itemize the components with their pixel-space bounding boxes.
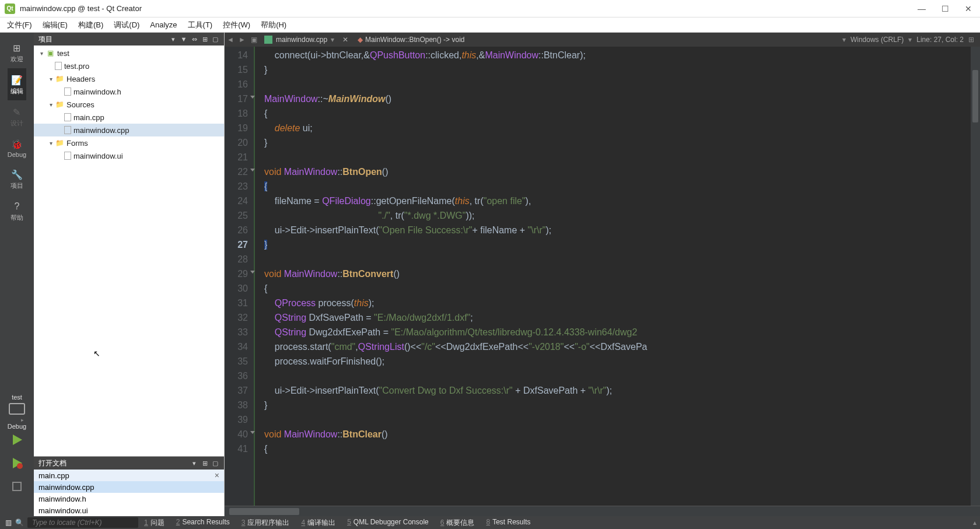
status-panel-Search Results[interactable]: 2Search Results — [170, 518, 236, 528]
status-chevron-icon[interactable]: ▴ — [973, 519, 977, 527]
svg-marker-0 — [13, 435, 22, 445]
project-panel-header: 项目 ▾ ▼ ⇔ ⊞ ▢ — [34, 33, 224, 45]
status-panel-Test Results[interactable]: 8Test Results — [480, 518, 536, 528]
nav-fwd-icon[interactable]: ► — [236, 36, 248, 44]
tree-item[interactable]: test.pro — [34, 59, 224, 72]
editor-area: ◄ ► ▣ mainwindow.cpp ▾ ✕ ◆ MainWindow::B… — [225, 33, 980, 516]
filter-icon[interactable]: ▼ — [180, 36, 188, 43]
rail-设计[interactable]: ✎设计 — [8, 100, 26, 132]
mode-rail: ⊞欢迎📝编辑✎设计🐞Debug🔧项目?帮助 test ▸ Debug — [0, 33, 34, 516]
tree-item[interactable]: mainwindow.cpp — [34, 124, 224, 136]
maximize-button[interactable]: ☐ — [940, 4, 950, 13]
open-doc-item[interactable]: mainwindow.ui — [34, 505, 224, 516]
rail-label: Debug — [8, 151, 26, 158]
run-target[interactable]: test ▸ Debug — [8, 390, 26, 433]
rail-label: 帮助 — [10, 213, 23, 222]
rail-icon: 🐞 — [10, 137, 24, 151]
menu-item[interactable]: 编辑(E) — [38, 19, 72, 31]
run-target-config: Debug — [8, 423, 26, 430]
status-panel-编译输出[interactable]: 4编译输出 — [295, 518, 341, 528]
encoding-label[interactable]: Windows (CRLF) — [850, 36, 904, 44]
expand-icon[interactable]: ▾ — [47, 76, 55, 82]
tree-item[interactable]: mainwindow.h — [34, 85, 224, 98]
tree-item[interactable]: main.cpp — [34, 111, 224, 124]
split-editor-icon[interactable]: ⊞ — [968, 36, 974, 44]
debug-run-icon[interactable] — [10, 457, 23, 470]
tree-label: test — [57, 49, 69, 58]
rail-label: 项目 — [10, 181, 23, 190]
active-file-name: mainwindow.cpp — [276, 36, 327, 44]
menu-item[interactable]: 构建(B) — [74, 19, 108, 31]
search-icon: 🔍 — [15, 519, 24, 527]
expand-icon[interactable]: ▾ — [47, 140, 55, 146]
rail-帮助[interactable]: ?帮助 — [8, 195, 26, 227]
vertical-scrollbar[interactable] — [971, 47, 980, 506]
open-doc-item[interactable]: mainwindow.cpp — [34, 481, 224, 493]
rail-编辑[interactable]: 📝编辑 — [8, 68, 26, 100]
run-icon[interactable] — [10, 433, 23, 446]
minimize-button[interactable]: — — [917, 4, 926, 13]
menu-item[interactable]: Analyze — [145, 19, 181, 30]
open-docs-close-icon[interactable]: ▢ — [211, 460, 219, 467]
tree-item[interactable]: ▾📁Headers — [34, 72, 224, 85]
rail-icon: ? — [10, 199, 24, 213]
menu-item[interactable]: 调试(D) — [109, 19, 144, 31]
expand-icon[interactable]: ▾ — [37, 50, 46, 57]
link-icon[interactable]: ⇔ — [190, 36, 198, 43]
tree-item[interactable]: ▾📁Sources — [34, 98, 224, 111]
active-file-tab[interactable]: mainwindow.cpp ▾ — [260, 36, 339, 44]
cursor-pos-label[interactable]: Line: 27, Col: 2 — [916, 36, 964, 44]
rail-项目[interactable]: 🔧项目 — [8, 163, 26, 195]
rail-label: 编辑 — [10, 87, 23, 96]
title-bar: Qt mainwindow.cpp @ test - Qt Creator — … — [0, 0, 980, 17]
rail-Debug[interactable]: 🐞Debug — [8, 132, 26, 163]
app-logo-icon: Qt — [5, 3, 15, 14]
close-tab-icon[interactable]: ✕ — [339, 36, 352, 44]
editor-toolbar: ◄ ► ▣ mainwindow.cpp ▾ ✕ ◆ MainWindow::B… — [225, 33, 980, 47]
status-panel-QML Debugger Console[interactable]: 5QML Debugger Console — [341, 518, 435, 528]
panel-toggle-icon[interactable]: ▥ — [4, 519, 13, 527]
status-panel-问题[interactable]: 1问题 — [138, 518, 170, 528]
symbol-name: MainWindow::BtnOpen() -> void — [365, 36, 464, 44]
split-icon[interactable]: ⊞ — [201, 36, 209, 43]
menu-item[interactable]: 工具(T) — [183, 19, 218, 31]
symbol-selector[interactable]: ◆ MainWindow::BtnOpen() -> void — [352, 36, 842, 44]
rail-label: 欢迎 — [10, 55, 23, 64]
nav-back-icon[interactable]: ◄ — [225, 36, 236, 44]
bookmark-icon[interactable]: ▣ — [248, 36, 260, 44]
panel-dropdown-icon[interactable]: ▾ — [169, 36, 177, 43]
open-doc-item[interactable]: main.cpp× — [34, 470, 224, 481]
svg-rect-3 — [13, 482, 21, 491]
rail-欢迎[interactable]: ⊞欢迎 — [8, 36, 26, 68]
menu-bar: 文件(F)编辑(E)构建(B)调试(D)Analyze工具(T)控件(W)帮助(… — [0, 17, 980, 33]
open-doc-item[interactable]: mainwindow.h — [34, 493, 224, 505]
tree-item[interactable]: mainwindow.ui — [34, 149, 224, 162]
menu-item[interactable]: 帮助(H) — [256, 19, 291, 31]
open-documents-panel: 打开文档 ▾ ⊞ ▢ main.cpp×mainwindow.cppmainwi… — [34, 456, 224, 516]
open-docs-dropdown-icon[interactable]: ▾ — [190, 460, 198, 467]
project-tree[interactable]: ▾▣testtest.pro▾📁Headersmainwindow.h▾📁Sou… — [34, 45, 224, 456]
tree-label: Headers — [66, 75, 95, 83]
expand-icon[interactable]: ▾ — [47, 101, 55, 108]
horizontal-scrollbar[interactable] — [225, 506, 980, 516]
close-button[interactable]: ✕ — [964, 4, 973, 13]
doc-label: mainwindow.h — [38, 495, 86, 503]
code-editor[interactable]: 1415161718192021222324252627282930313233… — [225, 47, 980, 506]
tree-item[interactable]: ▾▣test — [34, 47, 224, 59]
close-doc-icon[interactable]: × — [215, 471, 219, 480]
status-bar: ▥ 🔍 1问题2Search Results3应用程序输出4编译输出5QML D… — [0, 516, 980, 529]
status-panel-应用程序输出[interactable]: 3应用程序输出 — [236, 518, 296, 528]
rail-label: 设计 — [10, 119, 23, 128]
panel-close-icon[interactable]: ▢ — [211, 36, 219, 43]
open-docs-split-icon[interactable]: ⊞ — [201, 460, 209, 467]
build-icon[interactable] — [10, 480, 23, 493]
tree-label: mainwindow.cpp — [74, 126, 129, 135]
tree-label: mainwindow.ui — [74, 152, 123, 160]
menu-item[interactable]: 文件(F) — [2, 19, 37, 31]
tree-item[interactable]: ▾📁Forms — [34, 136, 224, 149]
menu-item[interactable]: 控件(W) — [218, 19, 255, 31]
rail-icon: 📝 — [10, 73, 24, 87]
status-panel-概要信息[interactable]: 6概要信息 — [435, 518, 481, 528]
locator-input[interactable] — [27, 517, 138, 528]
monitor-icon — [9, 403, 25, 415]
